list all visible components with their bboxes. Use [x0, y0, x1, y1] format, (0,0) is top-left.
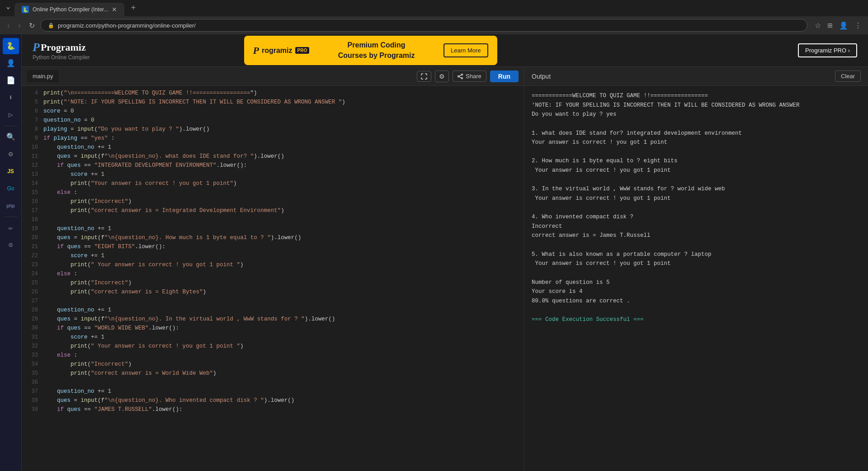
code-line: 11 ques = input(f"\n{question_no}. what …	[22, 152, 524, 161]
browser-nav-bar: ‹ › ↻ 🔒 programiz.com/python-programming…	[0, 16, 868, 34]
code-line: 8playing = input("Do you want to play ? …	[22, 125, 524, 134]
code-line: 17 print("correct answer is = Integrated…	[22, 206, 524, 215]
brand-subtitle: Python Online Compiler	[33, 54, 90, 61]
promo-banner: P rogramiz PRO Premium CodingCourses by …	[244, 36, 497, 65]
code-line: 28 question_no += 1	[22, 306, 524, 315]
url-text: programiz.com/python-programming/online-…	[58, 22, 196, 29]
sidebar-item-php[interactable]: php	[3, 198, 19, 214]
code-line: 7question_no = 0	[22, 116, 524, 125]
code-line: 24 else :	[22, 269, 524, 278]
code-line: 39 if ques == "JAMES T.RUSSELL".lower():	[22, 405, 524, 414]
sidebar-item-profile[interactable]: 👤	[3, 55, 19, 71]
promo-text: Premium CodingCourses by Programiz	[316, 40, 436, 61]
code-line: 4print("\n============WELCOME TO QUIZ GA…	[22, 89, 524, 98]
code-line: 38 ques = input(f"\n{question_no}. Who i…	[22, 396, 524, 405]
menu-icon[interactable]: ⋮	[853, 19, 863, 32]
svg-point-2	[458, 75, 459, 77]
code-line: 30 if ques == "WORLD WIDE WEB".lower():	[22, 324, 524, 333]
app-container: 🐍 👤 📄 ⬇ ▷ 🔍 ⚙ JS Go php ✏ ⊙ PProgramiz P…	[0, 34, 868, 471]
code-line: 5print("'NOTE: IF YOUR SPELLING IS INCOR…	[22, 98, 524, 107]
code-line: 23 print(" Your answer is correct ! you …	[22, 260, 524, 269]
active-tab[interactable]: 🐍 Online Python Compiler (Inter... ✕	[14, 3, 124, 16]
sidebar-item-config[interactable]: ⊙	[3, 237, 19, 253]
svg-point-1	[462, 77, 463, 79]
code-line: 37 question_no += 1	[22, 387, 524, 396]
sidebar-item-run[interactable]: ▷	[3, 107, 19, 123]
code-line: 12 if ques == "INTEGRATED DEVELOPMENT EN…	[22, 161, 524, 170]
file-tab[interactable]: main.py	[27, 70, 59, 82]
output-title: Output	[532, 73, 835, 80]
brand-area: PProgramiz Python Online Compiler	[33, 41, 90, 61]
code-line: 26 print("correct answer is = Eight Byte…	[22, 287, 524, 297]
code-line: 9if playing == "yes" :	[22, 134, 524, 143]
tab-dropdown[interactable]	[4, 4, 13, 13]
editor-area: main.py ⚙ Share Run 4print("\n==========…	[22, 67, 868, 471]
share-button[interactable]: Share	[453, 71, 486, 82]
sidebar-divider-1	[4, 126, 18, 126]
new-tab-button[interactable]: +	[126, 2, 140, 14]
code-line: 20 ques = input(f"\n{question_no}. How m…	[22, 233, 524, 242]
extension-icon[interactable]: ⊞	[826, 19, 835, 32]
promo-pro-badge: PRO	[295, 47, 310, 54]
sidebar-item-download[interactable]: ⬇	[3, 89, 19, 106]
sidebar-item-settings[interactable]: ⚙	[3, 146, 19, 162]
code-line: 13 score += 1	[22, 170, 524, 179]
code-line: 32 print(" Your answer is correct ! you …	[22, 342, 524, 351]
code-line: 31 score += 1	[22, 333, 524, 342]
promo-logo: P rogramiz PRO	[253, 45, 310, 57]
code-line: 25 print("Incorrect")	[22, 278, 524, 287]
tab-title: Online Python Compiler (Inter...	[33, 6, 108, 13]
code-line: 19 question_no += 1	[22, 224, 524, 233]
browser-chrome: 🐍 Online Python Compiler (Inter... ✕ + ‹…	[0, 0, 868, 34]
profile-icon[interactable]: 👤	[837, 19, 850, 32]
code-line: 33 else :	[22, 351, 524, 360]
code-line: 14 print("Your answer is correct ! you g…	[22, 179, 524, 188]
code-line: 10 question_no += 1	[22, 143, 524, 152]
lock-icon: 🔒	[48, 23, 54, 28]
code-line: 15 else :	[22, 188, 524, 197]
code-line: 27	[22, 297, 524, 306]
sidebar: 🐍 👤 📄 ⬇ ▷ 🔍 ⚙ JS Go php ✏ ⊙	[0, 34, 22, 471]
back-button[interactable]: ‹	[5, 19, 13, 32]
output-content[interactable]: ============WELCOME TO QUIZ GAME !!=====…	[524, 86, 868, 471]
code-line: 21 if ques == "EIGHT BITS".lower():	[22, 242, 524, 251]
sidebar-item-js[interactable]: JS	[3, 163, 19, 179]
tab-favicon: 🐍	[22, 6, 29, 13]
browser-tabs-bar: 🐍 Online Python Compiler (Inter... ✕ +	[0, 0, 868, 16]
top-banner: PProgramiz Python Online Compiler P rogr…	[22, 34, 868, 67]
output-toolbar: Output Clear	[524, 67, 868, 86]
code-editor[interactable]: 4print("\n============WELCOME TO QUIZ GA…	[22, 86, 524, 471]
run-button[interactable]: Run	[490, 71, 519, 82]
settings-button[interactable]: ⚙	[435, 71, 449, 82]
code-line: 36	[22, 378, 524, 387]
code-line: 35 print("correct answer is = World Wide…	[22, 369, 524, 378]
code-toolbar: main.py ⚙ Share Run	[22, 67, 524, 86]
sidebar-divider-2	[4, 217, 18, 217]
forward-button[interactable]: ›	[15, 19, 24, 32]
sidebar-item-search[interactable]: 🔍	[3, 129, 19, 145]
promo-learn-more-button[interactable]: Learn More	[443, 43, 488, 57]
sidebar-item-go[interactable]: Go	[3, 180, 19, 197]
programiz-pro-button[interactable]: Programiz PRO ›	[798, 43, 857, 57]
code-line: 6score = 0	[22, 107, 524, 116]
nav-right-icons: ☆ ⊞ 👤 ⋮	[813, 19, 863, 32]
reload-button[interactable]: ↻	[26, 19, 38, 32]
sidebar-item-files[interactable]: 📄	[3, 72, 19, 89]
code-line: 29 ques = input(f"\n{question_no}. In th…	[22, 315, 524, 324]
code-line: 22 score += 1	[22, 251, 524, 260]
tab-close-icon[interactable]: ✕	[112, 6, 117, 13]
code-line: 18	[22, 215, 524, 224]
fullscreen-button[interactable]	[417, 71, 431, 82]
sidebar-item-edit[interactable]: ✏	[3, 220, 19, 236]
main-content: PProgramiz Python Online Compiler P rogr…	[22, 34, 868, 471]
svg-point-0	[462, 74, 463, 75]
bookmark-icon[interactable]: ☆	[813, 19, 823, 32]
code-line: 16 print("Incorrect")	[22, 197, 524, 206]
address-bar[interactable]: 🔒 programiz.com/python-programming/onlin…	[40, 19, 807, 32]
output-panel: Output Clear ============WELCOME TO QUIZ…	[524, 67, 868, 471]
code-line: 34 print("Incorrect")	[22, 360, 524, 369]
sidebar-item-python[interactable]: 🐍	[3, 38, 19, 54]
code-panel: main.py ⚙ Share Run 4print("\n==========…	[22, 67, 524, 471]
output-line: ============WELCOME TO QUIZ GAME !!=====…	[532, 91, 861, 325]
clear-button[interactable]: Clear	[835, 71, 861, 82]
